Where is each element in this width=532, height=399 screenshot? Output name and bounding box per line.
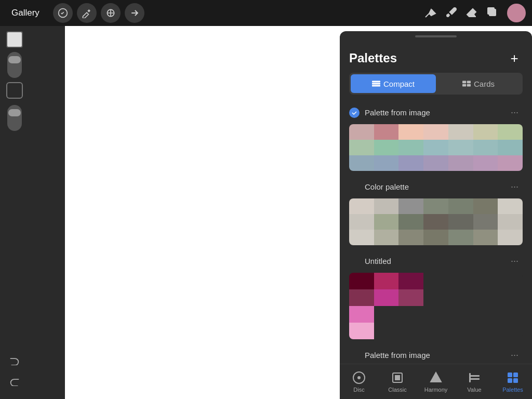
color-cell-empty[interactable] [448,273,473,289]
color-cell[interactable] [448,124,473,140]
color-cell[interactable] [448,214,473,230]
size-slider[interactable] [7,105,22,131]
color-cell[interactable] [448,155,473,171]
color-cell[interactable] [349,198,374,214]
palette-3-more-button[interactable]: ··· [507,254,523,269]
color-cell[interactable] [349,230,374,245]
color-cell[interactable] [398,273,423,289]
color-cell[interactable] [448,230,473,245]
color-cell-empty[interactable] [473,323,498,339]
color-cell[interactable] [473,214,498,230]
color-cell[interactable] [448,198,473,214]
color-cell[interactable] [349,289,374,306]
color-cell[interactable] [374,214,399,230]
add-palette-button[interactable]: + [506,50,523,66]
nav-classic[interactable]: Classic [378,371,417,393]
palette-4-more-button[interactable]: ··· [507,348,523,363]
nav-value[interactable]: Value [455,371,494,393]
arrow-tool-button[interactable] [125,3,144,23]
color-cell[interactable] [374,124,399,140]
panel-drag-handle[interactable] [415,35,457,37]
layers-button[interactable] [486,6,499,20]
stylize-tool-button[interactable] [101,3,121,23]
color-cell[interactable] [498,140,523,155]
color-cell-empty[interactable] [398,306,423,323]
nav-disc[interactable]: Disc [340,371,378,393]
color-cell[interactable] [423,124,448,140]
color-cell[interactable] [374,140,399,155]
color-cell[interactable] [398,155,423,171]
color-cell-empty[interactable] [448,323,473,339]
color-cell[interactable] [423,140,448,155]
color-cell[interactable] [374,289,399,306]
color-cell-empty[interactable] [423,323,448,339]
color-cell[interactable] [423,214,448,230]
gallery-button[interactable]: Gallery [6,5,45,21]
nav-palettes[interactable]: Palettes [494,371,532,393]
smudge-tool-button[interactable] [77,3,97,23]
color-cell-empty[interactable] [498,273,523,289]
color-cell[interactable] [423,155,448,171]
color-cell-empty[interactable] [423,306,448,323]
color-cell-empty[interactable] [423,289,448,306]
color-cell[interactable] [349,323,374,339]
color-cell[interactable] [423,198,448,214]
nav-harmony[interactable]: Harmony [417,371,455,393]
color-cell[interactable] [498,198,523,214]
color-cell-empty[interactable] [398,323,423,339]
modify-tool-button[interactable] [53,3,73,23]
color-cell-empty[interactable] [498,289,523,306]
color-cell-empty[interactable] [498,306,523,323]
color-cell-empty[interactable] [473,306,498,323]
color-cell-empty[interactable] [374,306,399,323]
shape-button[interactable] [6,82,23,99]
color-cell-empty[interactable] [374,323,399,339]
avatar[interactable] [507,4,526,22]
color-cell[interactable] [498,214,523,230]
color-cell[interactable] [473,198,498,214]
color-cell[interactable] [349,214,374,230]
color-cell[interactable] [349,155,374,171]
palette-1-more-button[interactable]: ··· [507,105,523,120]
palette-1-check[interactable] [349,108,360,118]
color-cell[interactable] [398,124,423,140]
color-cell-empty[interactable] [423,273,448,289]
brush-tool-button[interactable] [445,6,457,20]
color-cell[interactable] [398,230,423,245]
color-cell[interactable] [374,155,399,171]
color-cell[interactable] [398,289,423,306]
redo-button[interactable] [6,372,23,389]
color-cell[interactable] [374,273,399,289]
color-cell[interactable] [498,124,523,140]
color-cell[interactable] [374,198,399,214]
color-cell[interactable] [473,230,498,245]
color-cell-empty[interactable] [448,306,473,323]
pen-tool-button[interactable] [424,6,436,20]
color-cell[interactable] [473,140,498,155]
color-cell[interactable] [498,230,523,245]
color-cell[interactable] [349,273,374,289]
color-cell[interactable] [448,140,473,155]
color-cell[interactable] [398,214,423,230]
color-cell[interactable] [349,124,374,140]
color-cell[interactable] [374,230,399,245]
color-cell[interactable] [473,155,498,171]
eraser-tool-button[interactable] [466,6,478,20]
color-swatch[interactable] [6,31,23,48]
color-cell-empty[interactable] [473,273,498,289]
color-cell[interactable] [498,155,523,171]
color-cell[interactable] [398,140,423,155]
undo-button[interactable] [6,351,23,368]
tab-compact[interactable]: Compact [351,74,436,93]
color-cell[interactable] [349,306,374,323]
color-cell[interactable] [473,124,498,140]
color-cell[interactable] [349,140,374,155]
opacity-slider[interactable] [7,52,22,78]
palette-2-more-button[interactable]: ··· [507,179,523,194]
color-cell-empty[interactable] [473,289,498,306]
color-cell-empty[interactable] [448,289,473,306]
tab-cards[interactable]: Cards [436,74,521,93]
color-cell[interactable] [423,230,448,245]
color-cell-empty[interactable] [498,323,523,339]
color-cell[interactable] [398,198,423,214]
